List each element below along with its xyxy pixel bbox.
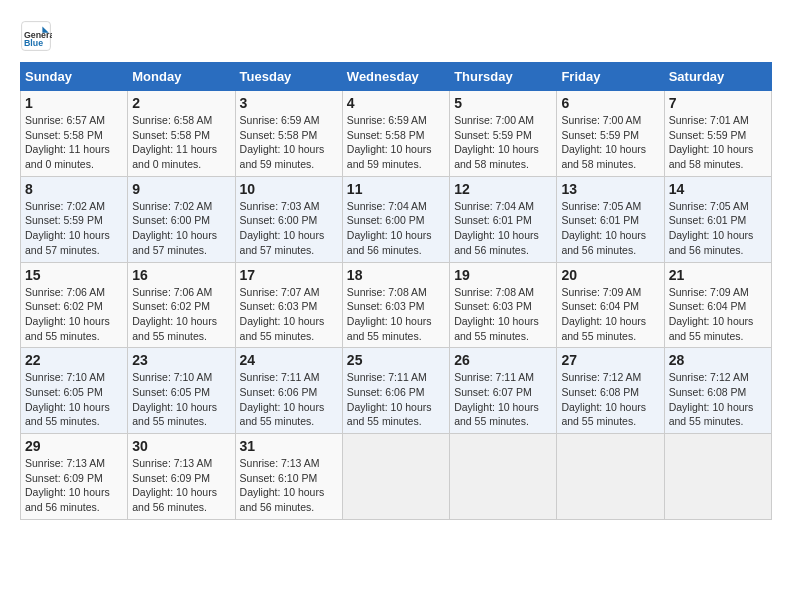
day-number: 10 bbox=[240, 181, 338, 197]
calendar-day-cell: 19Sunrise: 7:08 AM Sunset: 6:03 PM Dayli… bbox=[450, 262, 557, 348]
calendar-day-cell: 7Sunrise: 7:01 AM Sunset: 5:59 PM Daylig… bbox=[664, 91, 771, 177]
calendar-day-cell bbox=[342, 434, 449, 520]
day-info: Sunrise: 7:02 AM Sunset: 6:00 PM Dayligh… bbox=[132, 199, 230, 258]
day-info: Sunrise: 7:07 AM Sunset: 6:03 PM Dayligh… bbox=[240, 285, 338, 344]
day-info: Sunrise: 6:59 AM Sunset: 5:58 PM Dayligh… bbox=[240, 113, 338, 172]
day-number: 30 bbox=[132, 438, 230, 454]
weekday-header: Friday bbox=[557, 63, 664, 91]
calendar-day-cell: 6Sunrise: 7:00 AM Sunset: 5:59 PM Daylig… bbox=[557, 91, 664, 177]
calendar-day-cell: 18Sunrise: 7:08 AM Sunset: 6:03 PM Dayli… bbox=[342, 262, 449, 348]
weekday-header: Tuesday bbox=[235, 63, 342, 91]
calendar-day-cell: 5Sunrise: 7:00 AM Sunset: 5:59 PM Daylig… bbox=[450, 91, 557, 177]
day-number: 13 bbox=[561, 181, 659, 197]
day-info: Sunrise: 7:09 AM Sunset: 6:04 PM Dayligh… bbox=[561, 285, 659, 344]
calendar-week-row: 22Sunrise: 7:10 AM Sunset: 6:05 PM Dayli… bbox=[21, 348, 772, 434]
calendar-day-cell: 31Sunrise: 7:13 AM Sunset: 6:10 PM Dayli… bbox=[235, 434, 342, 520]
calendar-day-cell: 9Sunrise: 7:02 AM Sunset: 6:00 PM Daylig… bbox=[128, 176, 235, 262]
day-number: 8 bbox=[25, 181, 123, 197]
calendar-week-row: 8Sunrise: 7:02 AM Sunset: 5:59 PM Daylig… bbox=[21, 176, 772, 262]
day-number: 26 bbox=[454, 352, 552, 368]
calendar-week-row: 1Sunrise: 6:57 AM Sunset: 5:58 PM Daylig… bbox=[21, 91, 772, 177]
calendar-day-cell: 13Sunrise: 7:05 AM Sunset: 6:01 PM Dayli… bbox=[557, 176, 664, 262]
day-number: 1 bbox=[25, 95, 123, 111]
day-number: 19 bbox=[454, 267, 552, 283]
calendar-week-row: 15Sunrise: 7:06 AM Sunset: 6:02 PM Dayli… bbox=[21, 262, 772, 348]
calendar-day-cell: 30Sunrise: 7:13 AM Sunset: 6:09 PM Dayli… bbox=[128, 434, 235, 520]
day-info: Sunrise: 7:11 AM Sunset: 6:06 PM Dayligh… bbox=[347, 370, 445, 429]
day-info: Sunrise: 7:09 AM Sunset: 6:04 PM Dayligh… bbox=[669, 285, 767, 344]
day-number: 22 bbox=[25, 352, 123, 368]
calendar-header: SundayMondayTuesdayWednesdayThursdayFrid… bbox=[21, 63, 772, 91]
day-number: 18 bbox=[347, 267, 445, 283]
day-number: 27 bbox=[561, 352, 659, 368]
day-number: 25 bbox=[347, 352, 445, 368]
page-header: General Blue bbox=[20, 20, 772, 52]
calendar-day-cell: 11Sunrise: 7:04 AM Sunset: 6:00 PM Dayli… bbox=[342, 176, 449, 262]
calendar-day-cell: 26Sunrise: 7:11 AM Sunset: 6:07 PM Dayli… bbox=[450, 348, 557, 434]
day-number: 31 bbox=[240, 438, 338, 454]
day-number: 7 bbox=[669, 95, 767, 111]
day-number: 15 bbox=[25, 267, 123, 283]
weekday-header: Thursday bbox=[450, 63, 557, 91]
day-info: Sunrise: 7:05 AM Sunset: 6:01 PM Dayligh… bbox=[669, 199, 767, 258]
day-info: Sunrise: 7:13 AM Sunset: 6:10 PM Dayligh… bbox=[240, 456, 338, 515]
day-info: Sunrise: 7:10 AM Sunset: 6:05 PM Dayligh… bbox=[25, 370, 123, 429]
day-info: Sunrise: 7:11 AM Sunset: 6:06 PM Dayligh… bbox=[240, 370, 338, 429]
day-info: Sunrise: 6:57 AM Sunset: 5:58 PM Dayligh… bbox=[25, 113, 123, 172]
calendar-day-cell bbox=[664, 434, 771, 520]
calendar-day-cell bbox=[557, 434, 664, 520]
calendar-day-cell: 2Sunrise: 6:58 AM Sunset: 5:58 PM Daylig… bbox=[128, 91, 235, 177]
weekday-header: Monday bbox=[128, 63, 235, 91]
calendar-day-cell: 16Sunrise: 7:06 AM Sunset: 6:02 PM Dayli… bbox=[128, 262, 235, 348]
calendar-day-cell bbox=[450, 434, 557, 520]
calendar-day-cell: 4Sunrise: 6:59 AM Sunset: 5:58 PM Daylig… bbox=[342, 91, 449, 177]
day-number: 9 bbox=[132, 181, 230, 197]
day-number: 20 bbox=[561, 267, 659, 283]
day-info: Sunrise: 7:06 AM Sunset: 6:02 PM Dayligh… bbox=[25, 285, 123, 344]
calendar-day-cell: 10Sunrise: 7:03 AM Sunset: 6:00 PM Dayli… bbox=[235, 176, 342, 262]
day-info: Sunrise: 7:02 AM Sunset: 5:59 PM Dayligh… bbox=[25, 199, 123, 258]
logo-icon: General Blue bbox=[20, 20, 52, 52]
day-info: Sunrise: 7:08 AM Sunset: 6:03 PM Dayligh… bbox=[454, 285, 552, 344]
calendar-day-cell: 12Sunrise: 7:04 AM Sunset: 6:01 PM Dayli… bbox=[450, 176, 557, 262]
day-info: Sunrise: 7:03 AM Sunset: 6:00 PM Dayligh… bbox=[240, 199, 338, 258]
day-info: Sunrise: 7:06 AM Sunset: 6:02 PM Dayligh… bbox=[132, 285, 230, 344]
calendar-day-cell: 25Sunrise: 7:11 AM Sunset: 6:06 PM Dayli… bbox=[342, 348, 449, 434]
day-number: 29 bbox=[25, 438, 123, 454]
day-number: 5 bbox=[454, 95, 552, 111]
calendar-day-cell: 3Sunrise: 6:59 AM Sunset: 5:58 PM Daylig… bbox=[235, 91, 342, 177]
calendar-day-cell: 14Sunrise: 7:05 AM Sunset: 6:01 PM Dayli… bbox=[664, 176, 771, 262]
calendar-day-cell: 29Sunrise: 7:13 AM Sunset: 6:09 PM Dayli… bbox=[21, 434, 128, 520]
calendar-day-cell: 22Sunrise: 7:10 AM Sunset: 6:05 PM Dayli… bbox=[21, 348, 128, 434]
day-number: 14 bbox=[669, 181, 767, 197]
calendar-day-cell: 15Sunrise: 7:06 AM Sunset: 6:02 PM Dayli… bbox=[21, 262, 128, 348]
day-number: 3 bbox=[240, 95, 338, 111]
calendar-table: SundayMondayTuesdayWednesdayThursdayFrid… bbox=[20, 62, 772, 520]
day-info: Sunrise: 7:11 AM Sunset: 6:07 PM Dayligh… bbox=[454, 370, 552, 429]
weekday-header: Saturday bbox=[664, 63, 771, 91]
day-number: 23 bbox=[132, 352, 230, 368]
day-info: Sunrise: 7:00 AM Sunset: 5:59 PM Dayligh… bbox=[454, 113, 552, 172]
day-number: 11 bbox=[347, 181, 445, 197]
day-info: Sunrise: 7:08 AM Sunset: 6:03 PM Dayligh… bbox=[347, 285, 445, 344]
weekday-header: Wednesday bbox=[342, 63, 449, 91]
day-number: 24 bbox=[240, 352, 338, 368]
day-info: Sunrise: 7:01 AM Sunset: 5:59 PM Dayligh… bbox=[669, 113, 767, 172]
calendar-week-row: 29Sunrise: 7:13 AM Sunset: 6:09 PM Dayli… bbox=[21, 434, 772, 520]
day-info: Sunrise: 7:13 AM Sunset: 6:09 PM Dayligh… bbox=[25, 456, 123, 515]
svg-text:Blue: Blue bbox=[24, 38, 43, 48]
logo: General Blue bbox=[20, 20, 56, 52]
calendar-day-cell: 8Sunrise: 7:02 AM Sunset: 5:59 PM Daylig… bbox=[21, 176, 128, 262]
calendar-day-cell: 23Sunrise: 7:10 AM Sunset: 6:05 PM Dayli… bbox=[128, 348, 235, 434]
calendar-day-cell: 21Sunrise: 7:09 AM Sunset: 6:04 PM Dayli… bbox=[664, 262, 771, 348]
day-info: Sunrise: 7:04 AM Sunset: 6:01 PM Dayligh… bbox=[454, 199, 552, 258]
calendar-day-cell: 27Sunrise: 7:12 AM Sunset: 6:08 PM Dayli… bbox=[557, 348, 664, 434]
day-info: Sunrise: 7:04 AM Sunset: 6:00 PM Dayligh… bbox=[347, 199, 445, 258]
day-info: Sunrise: 7:05 AM Sunset: 6:01 PM Dayligh… bbox=[561, 199, 659, 258]
weekday-header: Sunday bbox=[21, 63, 128, 91]
day-number: 16 bbox=[132, 267, 230, 283]
day-info: Sunrise: 7:12 AM Sunset: 6:08 PM Dayligh… bbox=[561, 370, 659, 429]
day-info: Sunrise: 7:13 AM Sunset: 6:09 PM Dayligh… bbox=[132, 456, 230, 515]
day-info: Sunrise: 7:12 AM Sunset: 6:08 PM Dayligh… bbox=[669, 370, 767, 429]
day-number: 21 bbox=[669, 267, 767, 283]
